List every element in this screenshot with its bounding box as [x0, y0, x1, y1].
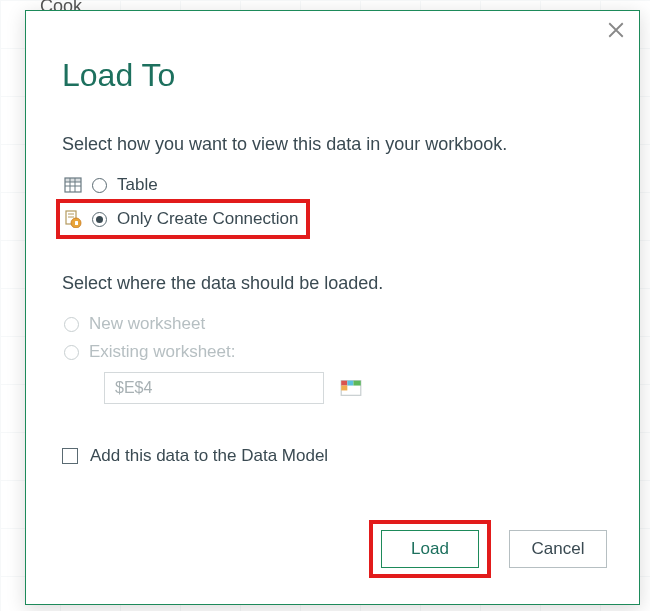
- load-button[interactable]: Load: [381, 530, 479, 568]
- option-existing-worksheet: Existing worksheet:: [62, 338, 603, 366]
- dialog-title: Load To: [62, 57, 603, 94]
- svg-rect-5: [65, 178, 81, 182]
- svg-rect-14: [353, 381, 360, 386]
- option-table-label: Table: [117, 175, 158, 195]
- cancel-button-label: Cancel: [532, 539, 585, 559]
- load-to-dialog: Load To Select how you want to view this…: [25, 10, 640, 605]
- option-existing-worksheet-label: Existing worksheet:: [89, 342, 235, 362]
- option-only-connection-label: Only Create Connection: [117, 209, 298, 229]
- view-section-label: Select how you want to view this data in…: [62, 134, 603, 155]
- table-icon: [64, 176, 82, 194]
- cell-reference-input: [104, 372, 324, 404]
- load-button-label: Load: [411, 539, 449, 559]
- radio-new-worksheet: [64, 317, 79, 332]
- svg-rect-10: [75, 221, 78, 225]
- option-table[interactable]: Table: [62, 171, 603, 199]
- close-icon[interactable]: [607, 21, 625, 43]
- option-new-worksheet: New worksheet: [62, 310, 603, 338]
- datamodel-label: Add this data to the Data Model: [90, 446, 328, 466]
- highlight-load-button: Load: [369, 520, 491, 578]
- svg-rect-12: [341, 381, 347, 386]
- datamodel-checkbox-row[interactable]: Add this data to the Data Model: [62, 446, 603, 466]
- where-section-label: Select where the data should be loaded.: [62, 273, 603, 294]
- svg-rect-13: [347, 381, 353, 386]
- cell-reference-row: [104, 372, 603, 404]
- option-new-worksheet-label: New worksheet: [89, 314, 205, 334]
- svg-rect-15: [341, 386, 347, 391]
- dialog-buttons: Load Cancel: [369, 520, 607, 578]
- option-only-connection[interactable]: Only Create Connection: [62, 205, 300, 233]
- radio-existing-worksheet: [64, 345, 79, 360]
- connection-icon: [64, 210, 82, 228]
- radio-only-connection[interactable]: [92, 212, 107, 227]
- highlight-only-connection: Only Create Connection: [56, 199, 310, 239]
- datamodel-checkbox[interactable]: [62, 448, 78, 464]
- radio-table[interactable]: [92, 178, 107, 193]
- cell-picker-icon: [338, 375, 364, 401]
- cancel-button[interactable]: Cancel: [509, 530, 607, 568]
